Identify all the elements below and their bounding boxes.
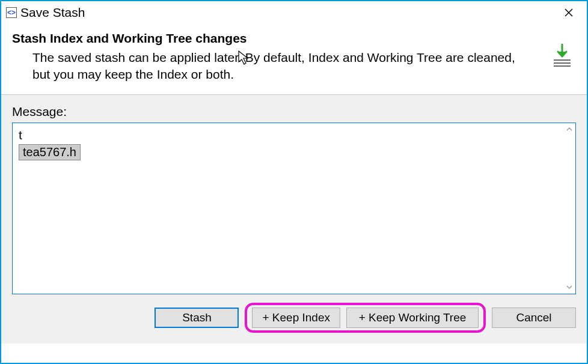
window-title: Save Stash xyxy=(20,5,85,20)
close-button[interactable] xyxy=(557,4,581,22)
header-description: The saved stash can be applied later. By… xyxy=(32,49,529,83)
close-icon xyxy=(564,8,574,17)
body-section: Message: t tea5767.h Stash + Keep Index … xyxy=(1,95,587,344)
message-value: t xyxy=(19,127,562,143)
keep-index-button[interactable]: + Keep Index xyxy=(252,308,340,328)
stash-arrow-icon xyxy=(552,43,572,70)
header-title: Stash Index and Working Tree changes xyxy=(12,31,529,46)
autocomplete-suggestion[interactable]: tea5767.h xyxy=(19,144,81,160)
scroll-up-icon[interactable] xyxy=(564,124,574,135)
message-label: Message: xyxy=(12,105,576,119)
button-row: Stash + Keep Index + Keep Working Tree C… xyxy=(12,303,576,333)
cancel-button[interactable]: Cancel xyxy=(492,308,576,328)
highlighted-button-group: + Keep Index + Keep Working Tree xyxy=(245,303,486,333)
stash-button[interactable]: Stash xyxy=(155,308,239,328)
message-textarea[interactable]: t tea5767.h xyxy=(12,123,576,294)
header-text-block: Stash Index and Working Tree changes The… xyxy=(12,31,529,83)
scroll-down-icon[interactable] xyxy=(564,282,574,293)
titlebar: <> Save Stash xyxy=(1,1,587,24)
keep-working-tree-button[interactable]: + Keep Working Tree xyxy=(346,308,479,328)
app-icon: <> xyxy=(6,7,17,18)
app-icon-glyph: <> xyxy=(7,9,16,16)
titlebar-left: <> Save Stash xyxy=(6,5,85,20)
header-section: Stash Index and Working Tree changes The… xyxy=(1,24,587,95)
